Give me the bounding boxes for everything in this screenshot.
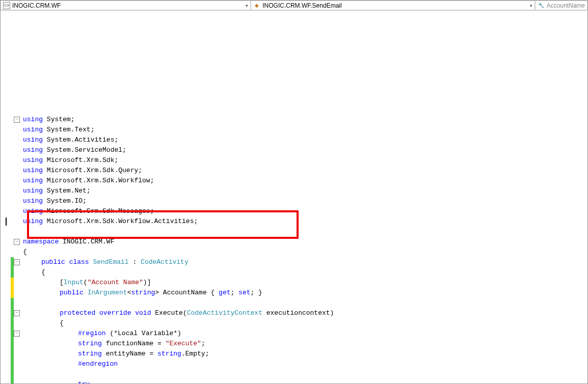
gutter: [1, 359, 21, 369]
gutter: [1, 298, 21, 308]
gutter: [1, 196, 21, 206]
code-line[interactable]: using Microsoft.Xrm.Sdk;: [1, 155, 587, 166]
code-line[interactable]: −public class SendEmail : CodeActivity: [1, 257, 587, 267]
change-marker: [11, 267, 14, 278]
gutter: [1, 125, 21, 135]
code-line[interactable]: using System.ServiceModel;: [1, 145, 587, 155]
code-text: using Microsoft.Xrm.Sdk.Workflow.Activit…: [21, 216, 198, 227]
gutter: [1, 227, 21, 237]
code-line[interactable]: using System.Text;: [1, 125, 587, 135]
code-line[interactable]: try: [1, 379, 587, 383]
gutter: −: [1, 328, 21, 339]
gutter: −: [1, 115, 21, 125]
code-text: try: [21, 379, 90, 383]
code-text: using System.Net;: [21, 186, 91, 196]
gutter: [1, 267, 21, 278]
gutter: [1, 288, 21, 298]
code-line[interactable]: [1, 227, 587, 237]
code-line[interactable]: using System.Net;: [1, 186, 587, 196]
code-text: using Microsoft.Xrm.Sdk;: [21, 155, 118, 166]
code-text: using Microsoft.Xrm.Sdk.Workflow;: [21, 176, 154, 186]
code-editor-window: C# INOGIC.CRM.WF ▾ ◆ INOGIC.CRM.WF.SendE…: [0, 0, 588, 384]
fold-toggle-icon[interactable]: −: [14, 310, 20, 316]
scope-dropdown-class[interactable]: ◆ INOGIC.CRM.WF.SendEmail ▾: [251, 1, 534, 10]
code-text: namespace INOGIC.CRM.WF: [21, 237, 114, 247]
editor-area[interactable]: −using System;using System.Text;using Sy…: [1, 11, 587, 383]
scope-dropdown-namespace[interactable]: C# INOGIC.CRM.WF ▾: [1, 1, 251, 10]
wrench-icon: 🔧: [538, 2, 545, 9]
code-text: {: [21, 247, 27, 257]
gutter: [1, 176, 21, 186]
change-marker: [11, 318, 14, 328]
gutter: [1, 155, 21, 166]
change-marker: [11, 369, 14, 379]
code-content[interactable]: −using System;using System.Text;using Sy…: [1, 11, 587, 383]
change-marker: [11, 379, 14, 383]
code-line[interactable]: [1, 369, 587, 379]
code-text: public InArgument<string> AccountName { …: [21, 288, 262, 298]
code-line[interactable]: {: [1, 318, 587, 328]
change-marker: [11, 298, 14, 308]
csharp-icon: C#: [3, 2, 10, 9]
scope-dropdown-member[interactable]: 🔧 AccountName: [535, 1, 587, 10]
gutter: [1, 339, 21, 349]
fold-toggle-icon[interactable]: −: [14, 331, 20, 337]
change-marker: [11, 288, 14, 298]
code-line[interactable]: using System.IO;: [1, 196, 587, 206]
code-line[interactable]: using Microsoft.Crm.Sdk.Messages;: [1, 206, 587, 216]
code-line[interactable]: −using System;: [1, 115, 587, 125]
code-text: using System.IO;: [21, 196, 87, 206]
gutter: [1, 145, 21, 155]
chevron-down-icon: ▾: [244, 3, 248, 8]
code-line[interactable]: {: [1, 247, 587, 257]
code-line[interactable]: using Microsoft.Xrm.Sdk.Query;: [1, 166, 587, 176]
code-text: {: [21, 267, 45, 278]
gutter: [1, 135, 21, 145]
gutter: [1, 318, 21, 328]
change-marker: [11, 349, 14, 359]
code-text: #region (*Local Variable*): [21, 328, 181, 339]
code-line[interactable]: −namespace INOGIC.CRM.WF: [1, 237, 587, 247]
code-line[interactable]: [Input("Account Name")]: [1, 278, 587, 288]
gutter: −: [1, 257, 21, 267]
scope-member-label: AccountName: [547, 2, 585, 9]
code-line[interactable]: string entityName = string.Empty;: [1, 349, 587, 359]
class-icon: ◆: [253, 2, 260, 9]
code-text: using System;: [21, 115, 74, 125]
gutter: [1, 216, 21, 227]
code-text: public class SendEmail : CodeActivity: [21, 257, 189, 267]
change-marker: [11, 278, 14, 288]
code-text: using Microsoft.Crm.Sdk.Messages;: [21, 206, 154, 216]
code-text: using System.ServiceModel;: [21, 145, 126, 155]
chevron-down-icon: ▾: [528, 3, 532, 8]
code-line[interactable]: string functionName = "Execute";: [1, 339, 587, 349]
gutter: [1, 349, 21, 359]
code-text: using System.Text;: [21, 125, 94, 135]
code-line[interactable]: −#region (*Local Variable*): [1, 328, 587, 339]
code-line[interactable]: #endregion: [1, 359, 587, 369]
code-text: using System.Activities;: [21, 135, 118, 145]
code-line[interactable]: [1, 298, 587, 308]
code-line[interactable]: using Microsoft.Xrm.Sdk.Workflow;: [1, 176, 587, 186]
code-line[interactable]: public InArgument<string> AccountName { …: [1, 288, 587, 298]
gutter: [1, 206, 21, 216]
code-line[interactable]: {: [1, 267, 587, 278]
gutter: [1, 166, 21, 176]
gutter: [1, 186, 21, 196]
code-text: [Input("Account Name")]: [21, 278, 151, 288]
code-text: #endregion: [21, 359, 118, 369]
fold-toggle-icon[interactable]: −: [14, 239, 20, 245]
gutter: [1, 278, 21, 288]
code-line[interactable]: −protected override void Execute(CodeAct…: [1, 308, 587, 318]
gutter: −: [1, 308, 21, 318]
code-line[interactable]: using System.Activities;: [1, 135, 587, 145]
scope-class-label: INOGIC.CRM.WF.SendEmail: [262, 2, 341, 9]
code-text: string entityName = string.Empty;: [21, 349, 209, 359]
fold-toggle-icon[interactable]: −: [14, 117, 20, 123]
code-text: string functionName = "Execute";: [21, 339, 205, 349]
change-marker: [11, 359, 14, 369]
code-line[interactable]: using Microsoft.Xrm.Sdk.Workflow.Activit…: [1, 216, 587, 227]
gutter: [1, 369, 21, 379]
gutter: −: [1, 237, 21, 247]
fold-toggle-icon[interactable]: −: [14, 259, 20, 265]
